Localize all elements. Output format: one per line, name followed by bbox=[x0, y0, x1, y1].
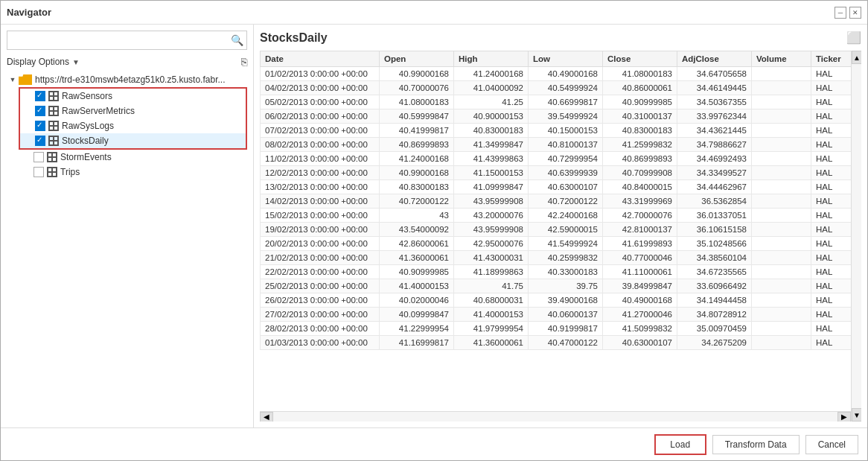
tree-root[interactable]: ▼ https://trd-e310mswb4etazg51k0.z5.kust… bbox=[7, 72, 247, 87]
table-cell: 41.08000183 bbox=[603, 67, 677, 81]
table-cell: 07/02/2013 0:00:00 +00:00 bbox=[261, 124, 380, 138]
table-cell: 43 bbox=[380, 209, 454, 223]
table-cell: 41.24000168 bbox=[380, 152, 454, 166]
scroll-down-arrow[interactable]: ▼ bbox=[852, 408, 861, 422]
checkbox-rawsensors[interactable] bbox=[35, 91, 45, 101]
scroll-track bbox=[273, 412, 837, 422]
table-cell: 21/02/2013 0:00:00 +00:00 bbox=[261, 251, 380, 265]
table-cell: 40.84000015 bbox=[603, 180, 677, 194]
table-cell: 40.90999985 bbox=[380, 265, 454, 279]
checkbox-rawsyslogs[interactable] bbox=[35, 121, 45, 131]
table-cell: 34.67235565 bbox=[677, 265, 752, 279]
table-cell: 41.24000168 bbox=[454, 67, 529, 81]
table-cell: 40.15000153 bbox=[529, 124, 603, 138]
col-volume: Volume bbox=[752, 51, 811, 67]
table-cell: 40.83000183 bbox=[603, 124, 677, 138]
table-cell: 39.54999924 bbox=[529, 109, 603, 124]
table-cell: 41.36000061 bbox=[380, 251, 454, 265]
checkbox-stormevents[interactable] bbox=[33, 152, 44, 162]
vertical-scrollbar[interactable]: ▲ ▼ bbox=[851, 51, 861, 422]
table-cell: 40.72000122 bbox=[529, 194, 603, 209]
table-cell: 28/02/2013 0:00:00 +00:00 bbox=[261, 322, 380, 336]
table-cell: 41.50999832 bbox=[603, 322, 677, 336]
table-cell: HAL bbox=[811, 166, 852, 180]
checkbox-rawservermetrics[interactable] bbox=[35, 106, 45, 116]
table-icon-rawservermetrics bbox=[48, 106, 59, 116]
spacer bbox=[22, 151, 33, 163]
table-cell: HAL bbox=[811, 95, 852, 109]
refresh-icon[interactable]: ⎘ bbox=[241, 56, 247, 68]
cancel-button[interactable]: Cancel bbox=[805, 435, 858, 454]
table-row: 22/02/2013 0:00:00 +00:0040.9099998541.1… bbox=[261, 265, 852, 279]
table-scroll-area[interactable]: Date Open High Low Close AdjClose Volume… bbox=[260, 51, 851, 411]
table-cell: HAL bbox=[811, 322, 852, 336]
tree-item-stormevents[interactable]: StormEvents bbox=[19, 150, 247, 165]
display-options-button[interactable]: Display Options ▼ bbox=[7, 57, 80, 67]
table-cell bbox=[752, 336, 811, 350]
table-cell: 41.25999832 bbox=[603, 138, 677, 152]
table-cell: 43.20000076 bbox=[454, 209, 529, 223]
export-icon[interactable]: ⬜ bbox=[846, 31, 861, 45]
tree-item-trips[interactable]: Trips bbox=[19, 165, 247, 179]
table-cell: 40.68000031 bbox=[454, 293, 529, 308]
table-cell bbox=[752, 152, 811, 166]
table-cell: 35.10248566 bbox=[677, 237, 752, 251]
search-icon: 🔍 bbox=[231, 34, 243, 46]
table-cell: 34.33499527 bbox=[677, 166, 752, 180]
table-cell bbox=[752, 308, 811, 322]
table-inner: Date Open High Low Close AdjClose Volume… bbox=[260, 51, 851, 422]
table-cell: HAL bbox=[811, 279, 852, 293]
table-cell bbox=[752, 95, 811, 109]
search-input[interactable] bbox=[10, 35, 231, 45]
load-button[interactable]: Load bbox=[654, 434, 706, 455]
col-open: Open bbox=[380, 51, 454, 67]
table-cell bbox=[752, 109, 811, 124]
table-cell: 11/02/2013 0:00:00 +00:00 bbox=[261, 152, 380, 166]
tree-item-stormevents-label: StormEvents bbox=[60, 152, 112, 162]
tree-item-stocksdaily[interactable]: StocksDaily bbox=[20, 133, 246, 148]
table-cell: 08/02/2013 0:00:00 +00:00 bbox=[261, 138, 380, 152]
bottom-bar: Load Transform Data Cancel bbox=[1, 427, 867, 460]
table-cell: 42.95000076 bbox=[454, 237, 529, 251]
table-cell: HAL bbox=[811, 251, 852, 265]
tree-item-rawsyslogs-label: RawSysLogs bbox=[62, 121, 114, 131]
scroll-left-arrow[interactable]: ◀ bbox=[260, 412, 273, 422]
table-cell: 20/02/2013 0:00:00 +00:00 bbox=[261, 237, 380, 251]
table-cell: 40.86999893 bbox=[380, 138, 454, 152]
table-cell: 25/02/2013 0:00:00 +00:00 bbox=[261, 279, 380, 293]
table-cell: 04/02/2013 0:00:00 +00:00 bbox=[261, 81, 380, 95]
table-cell: 34.43621445 bbox=[677, 124, 752, 138]
table-cell: 40.70999908 bbox=[603, 166, 677, 180]
table-cell: 40.70000076 bbox=[380, 81, 454, 95]
table-cell bbox=[752, 194, 811, 209]
close-button[interactable]: ✕ bbox=[849, 7, 861, 19]
scroll-up-arrow[interactable]: ▲ bbox=[852, 51, 861, 64]
minimize-button[interactable]: ─ bbox=[835, 7, 846, 19]
tree-item-rawservermetrics[interactable]: RawServerMetrics bbox=[20, 104, 246, 118]
table-cell: 40.54999924 bbox=[529, 81, 603, 95]
table-cell: HAL bbox=[811, 293, 852, 308]
table-cell bbox=[752, 124, 811, 138]
checkbox-stocksdaily[interactable] bbox=[35, 136, 45, 146]
scroll-right-arrow[interactable]: ▶ bbox=[837, 412, 851, 422]
table-cell: HAL bbox=[811, 152, 852, 166]
table-row: 05/02/2013 0:00:00 +00:0041.0800018341.2… bbox=[261, 95, 852, 109]
table-cell: 05/02/2013 0:00:00 +00:00 bbox=[261, 95, 380, 109]
table-cell: 34.64705658 bbox=[677, 67, 752, 81]
table-cell: 40.31000137 bbox=[603, 109, 677, 124]
checkbox-trips[interactable] bbox=[33, 167, 44, 177]
transform-data-button[interactable]: Transform Data bbox=[712, 435, 800, 454]
chevron-down-icon: ▼ bbox=[72, 58, 80, 66]
table-cell: 40.47000122 bbox=[529, 336, 603, 350]
tree-item-rawsyslogs[interactable]: RawSysLogs bbox=[20, 118, 246, 133]
table-row: 01/03/2013 0:00:00 +00:0041.1699981741.3… bbox=[261, 336, 852, 350]
table-cell bbox=[752, 67, 811, 81]
table-cell: 42.81000137 bbox=[603, 223, 677, 237]
table-row: 14/02/2013 0:00:00 +00:0040.7200012243.9… bbox=[261, 194, 852, 209]
spacer bbox=[23, 120, 35, 132]
table-cell: 41.15000153 bbox=[454, 166, 529, 180]
table-cell bbox=[752, 322, 811, 336]
horizontal-scrollbar[interactable]: ◀ ▶ bbox=[260, 411, 851, 422]
table-row: 08/02/2013 0:00:00 +00:0040.8699989341.3… bbox=[261, 138, 852, 152]
tree-item-rawsensors[interactable]: RawSensors bbox=[20, 89, 246, 104]
